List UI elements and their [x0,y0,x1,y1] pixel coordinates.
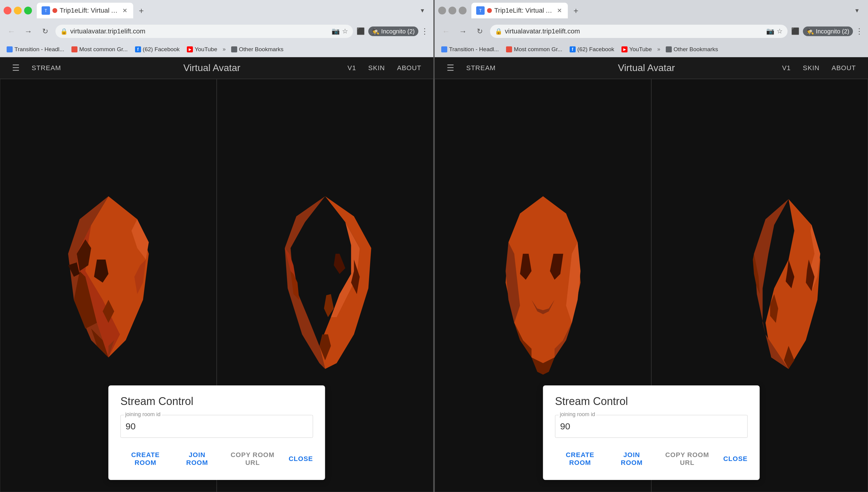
menu-button-2[interactable]: ⋮ [855,27,863,36]
hamburger-icon-2[interactable]: ☰ [447,63,454,73]
bookmark-transition-1[interactable]: Transition - Headl... [4,45,67,54]
bookmark-other-1[interactable]: Other Bookmarks [228,45,287,54]
panels-container-2: Stream Control joining room id CREATE RO… [435,79,868,492]
incognito-badge-1: 🕵 Incognito (2) [368,26,418,36]
maximize-button-2[interactable] [459,7,467,15]
create-room-button-2[interactable]: CREATE ROOM [555,447,605,470]
refresh-button-1[interactable]: ↻ [39,25,52,38]
maximize-button-1[interactable] [24,7,32,15]
bookmark-label-common-1: Most common Gr... [79,46,127,53]
forward-button-2[interactable]: → [456,25,470,38]
close-button-dialog-1[interactable]: CLOSE [289,451,313,466]
bookmark-facebook-1[interactable]: f (62) Facebook [132,45,183,54]
bookmark-expand-2[interactable]: » [656,45,661,54]
app-navbar-2: ☰ STREAM Virtual Avatar V1 SKIN ABOUT [435,57,868,79]
tab-dropdown-2[interactable]: ▾ [849,3,864,18]
bookmark-label-facebook-1: (62) Facebook [143,46,180,53]
url-actions-1: 📷 ☆ [331,27,348,35]
nav-v1-2[interactable]: V1 [782,64,791,72]
join-room-button-1[interactable]: JOIN ROOM [178,447,217,470]
minimize-button-2[interactable] [448,7,456,15]
join-room-button-2[interactable]: JOIN ROOM [612,447,651,470]
bookmark-label-common-2: Most common Gr... [514,46,562,53]
star-icon-1[interactable]: ☆ [342,27,348,35]
tab-dropdown-1[interactable]: ▾ [415,3,430,18]
nav-skin-1[interactable]: SKIN [368,64,385,72]
stream-control-1: Stream Control joining room id CREATE RO… [109,386,325,480]
bookmark-label-transition-2: Transition - Headl... [449,46,499,53]
titlebar-2: T Trip1eLift: Virtual Avatar ✕ + ▾ [435,0,868,21]
bookmark-favicon-transition-1 [7,46,13,52]
nav-stream-1[interactable]: STREAM [32,64,61,72]
profile-area-2: 🕵 Incognito (2) ⋮ [803,26,863,36]
nav-stream-2[interactable]: STREAM [466,64,496,72]
bookmark-label-youtube-1: YouTube [195,46,217,53]
create-room-button-1[interactable]: CREATE ROOM [121,447,170,470]
close-button-dialog-2[interactable]: CLOSE [723,451,748,466]
new-tab-button-2[interactable]: + [568,3,584,18]
incognito-label-1: Incognito (2) [381,28,415,35]
bookmark-youtube-1[interactable]: ▶ YouTube [184,45,220,54]
back-button-2[interactable]: ← [440,25,453,38]
bookmark-youtube-2[interactable]: ▶ YouTube [618,45,655,54]
svg-marker-13 [285,196,325,369]
forward-button-1[interactable]: → [22,25,35,38]
address-bar-2: ← → ↻ 🔒 virtualavatar.trip1elift.com 📷 ☆… [435,21,868,42]
camera-icon-2[interactable]: 📷 [766,27,774,35]
minimize-button-1[interactable] [14,7,22,15]
bookmark-common-2[interactable]: Most common Gr... [503,45,565,54]
copy-room-url-button-2[interactable]: COPY ROOM URL [658,447,716,470]
incognito-icon-2: 🕵 [806,28,814,35]
tab-close-2[interactable]: ✕ [556,7,563,14]
nav-right-2: V1 SKIN ABOUT [782,64,856,72]
bookmark-transition-2[interactable]: Transition - Headl... [438,45,502,54]
bookmark-favicon-common-2 [506,46,512,52]
close-button-2[interactable] [438,7,446,15]
nav-about-1[interactable]: ABOUT [397,64,421,72]
bookmark-label-facebook-2: (62) Facebook [578,46,614,53]
bookmark-other-2[interactable]: Other Bookmarks [663,45,721,54]
recording-dot-2 [487,8,492,13]
bookmark-label-other-1: Other Bookmarks [239,46,284,53]
menu-button-1[interactable]: ⋮ [421,27,428,36]
nav-v1-1[interactable]: V1 [348,64,356,72]
hamburger-icon-1[interactable]: ☰ [12,63,20,73]
nav-about-2[interactable]: ABOUT [831,64,856,72]
bookmark-common-1[interactable]: Most common Gr... [68,45,131,54]
input-group-1: joining room id [121,415,313,438]
url-text-1: virtualavatar.trip1elift.com [70,27,145,35]
screen-share-icon-2[interactable]: ⬛ [791,27,799,35]
browser-window-1: T Trip1eLift: Virtual Avatar ✕ + ▾ ← → ↻… [0,0,433,492]
incognito-icon-1: 🕵 [372,28,379,35]
tab-2[interactable]: T Trip1eLift: Virtual Avatar ✕ [471,3,568,18]
nav-skin-2[interactable]: SKIN [803,64,819,72]
nav-right-1: V1 SKIN ABOUT [348,64,421,72]
copy-room-url-button-1[interactable]: COPY ROOM URL [224,447,281,470]
incognito-badge-2: 🕵 Incognito (2) [803,26,853,36]
close-button-1[interactable] [4,7,11,15]
camera-icon-1[interactable]: 📷 [331,27,340,35]
bookmark-favicon-other-1 [231,46,237,52]
titlebar-1: T Trip1eLift: Virtual Avatar ✕ + ▾ [0,0,433,21]
url-bar-1[interactable]: 🔒 virtualavatar.trip1elift.com 📷 ☆ [55,25,353,38]
tab-close-1[interactable]: ✕ [121,7,128,14]
tab-1[interactable]: T Trip1eLift: Virtual Avatar ✕ [37,3,133,18]
app-title-1: Virtual Avatar [76,62,348,73]
bookmark-favicon-transition-2 [441,46,447,52]
bookmark-expand-1[interactable]: » [221,45,227,54]
profile-area-1: 🕵 Incognito (2) ⋮ [368,26,428,36]
room-input-2[interactable] [555,415,748,438]
refresh-button-2[interactable]: ↻ [473,25,487,38]
bookmark-favicon-youtube-2: ▶ [621,46,628,52]
bookmark-facebook-2[interactable]: f (62) Facebook [567,45,617,54]
screen-share-icon-1[interactable]: ⬛ [356,27,365,35]
new-tab-button-1[interactable]: + [134,3,149,18]
back-button-1[interactable]: ← [5,25,18,38]
bookmark-favicon-facebook-2: f [570,46,576,52]
star-icon-2[interactable]: ☆ [777,27,783,35]
app-content-2: ☰ STREAM Virtual Avatar V1 SKIN ABOUT [435,57,868,492]
url-bar-2[interactable]: 🔒 virtualavatar.trip1elift.com 📷 ☆ [490,25,788,38]
window-controls-1 [4,7,32,15]
input-label-2: joining room id [559,411,596,418]
room-input-1[interactable] [121,415,313,438]
